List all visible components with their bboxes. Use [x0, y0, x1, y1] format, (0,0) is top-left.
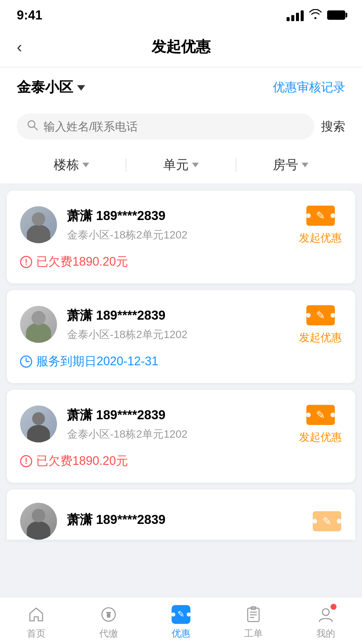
bottom-nav: 首页 ¥ 代缴 ✎ 优惠 工单 [0, 597, 362, 644]
nav-workorder[interactable]: 工单 [217, 602, 290, 640]
avatar-1 [20, 206, 57, 243]
action-label-2: 发起优惠 [299, 330, 342, 345]
pay-icon: ¥ [99, 605, 118, 624]
coupon-pen-icon-1: ✎ [316, 209, 325, 222]
back-button[interactable]: ‹ [17, 38, 22, 56]
search-input-wrap [17, 113, 314, 140]
dropdown-arrow-icon [77, 85, 85, 91]
signal-icon [287, 9, 304, 21]
coupon-pen-icon-4: ✎ [322, 515, 331, 528]
nav-discount[interactable]: ✎ 优惠 [145, 602, 217, 640]
filter-room[interactable]: 房号 [236, 156, 345, 173]
nav-mine-label: 我的 [316, 627, 335, 640]
svg-line-1 [34, 127, 37, 130]
overdue-icon-1: ! [20, 256, 32, 268]
community-name: 金泰小区 [17, 78, 73, 97]
filter-building-label: 楼栋 [54, 156, 79, 173]
resident-address-3: 金泰小区-18栋2单元1202 [67, 427, 299, 442]
avatar-3 [20, 406, 57, 442]
nav-home[interactable]: 首页 [0, 602, 72, 640]
card-list: 萧潇 189****2839 金泰小区-18栋2单元1202 ✎ 发起优惠 ! … [0, 191, 362, 593]
coupon-nav-icon: ✎ [172, 605, 190, 624]
filter-building[interactable]: 楼栋 [17, 156, 126, 173]
coupon-pen-icon-3: ✎ [316, 409, 325, 421]
page-title: 发起优惠 [152, 37, 210, 57]
resident-name-2: 萧潇 189****2839 [67, 307, 299, 324]
nav-discount-label: 优惠 [172, 627, 190, 640]
search-button[interactable]: 搜索 [321, 118, 345, 135]
avatar-4 [20, 503, 57, 540]
search-icon [27, 119, 38, 133]
card-status-1: ! 已欠费1890.20元 [20, 254, 342, 270]
initiate-discount-btn-2[interactable]: ✎ 发起优惠 [299, 304, 342, 345]
action-label-3: 发起优惠 [299, 430, 342, 445]
card-info-3: 萧潇 189****2839 金泰小区-18栋2单元1202 [67, 407, 299, 442]
resident-name-4: 萧潇 189****2839 [67, 511, 312, 528]
wifi-icon [309, 9, 322, 22]
battery-icon [327, 10, 345, 20]
resident-card-1: 萧潇 189****2839 金泰小区-18栋2单元1202 ✎ 发起优惠 ! … [7, 191, 355, 283]
status-text-1: 已欠费1890.20元 [36, 254, 128, 270]
filter-building-arrow [82, 163, 89, 167]
audit-link[interactable]: 优惠审核记录 [273, 79, 345, 96]
action-label-1: 发起优惠 [299, 231, 342, 246]
search-input[interactable] [44, 120, 304, 133]
filter-room-label: 房号 [273, 156, 298, 173]
svg-text:¥: ¥ [107, 610, 111, 619]
nav-payment[interactable]: ¥ 代缴 [72, 602, 145, 640]
nav-payment-label: 代缴 [99, 627, 118, 640]
nav-mine[interactable]: 我的 [290, 602, 362, 640]
my-icon [316, 605, 335, 624]
header: ‹ 发起优惠 [0, 27, 362, 67]
status-time: 9:41 [17, 8, 42, 22]
svg-point-9 [322, 609, 329, 615]
search-container: 搜索 [0, 107, 362, 150]
resident-card-4: 萧潇 189****2839 ✎ [7, 489, 355, 540]
work-icon [244, 605, 263, 624]
resident-address-1: 金泰小区-18栋2单元1202 [67, 228, 299, 243]
community-selector[interactable]: 金泰小区 [17, 78, 85, 97]
resident-card-3: 萧潇 189****2839 金泰小区-18栋2单元1202 ✎ 发起优惠 ! … [7, 390, 355, 483]
resident-address-2: 金泰小区-18栋2单元1202 [67, 327, 299, 342]
status-text-2: 服务到期日2020-12-31 [36, 353, 158, 370]
resident-name-1: 萧潇 189****2839 [67, 207, 299, 224]
coupon-nav-pen-icon: ✎ [177, 609, 185, 620]
initiate-discount-btn-3[interactable]: ✎ 发起优惠 [299, 403, 342, 445]
home-icon [27, 605, 46, 624]
nav-home-label: 首页 [27, 627, 46, 640]
status-icons [287, 9, 345, 22]
status-bar: 9:41 [0, 0, 362, 27]
avatar-2 [20, 306, 57, 343]
card-status-3: ! 已欠费1890.20元 [20, 453, 342, 469]
filter-bar: 楼栋 单元 房号 [0, 150, 362, 184]
card-info-4: 萧潇 189****2839 [67, 511, 312, 532]
initiate-discount-btn-4[interactable]: ✎ [312, 509, 342, 533]
filter-room-arrow [302, 163, 308, 167]
filter-unit-arrow [192, 163, 199, 167]
overdue-icon-3: ! [20, 455, 32, 467]
card-info-1: 萧潇 189****2839 金泰小区-18栋2单元1202 [67, 207, 299, 243]
subheader: 金泰小区 优惠审核记录 [0, 68, 362, 107]
notification-dot [330, 604, 337, 610]
resident-name-3: 萧潇 189****2839 [67, 407, 299, 424]
filter-unit[interactable]: 单元 [126, 156, 235, 173]
resident-card-2: 萧潇 189****2839 金泰小区-18栋2单元1202 ✎ 发起优惠 服务… [7, 290, 355, 383]
status-text-3: 已欠费1890.20元 [36, 453, 128, 469]
initiate-discount-btn-1[interactable]: ✎ 发起优惠 [299, 204, 342, 246]
filter-unit-label: 单元 [163, 156, 189, 173]
coupon-pen-icon-2: ✎ [316, 309, 325, 322]
card-info-2: 萧潇 189****2839 金泰小区-18栋2单元1202 [67, 307, 299, 342]
card-status-2: 服务到期日2020-12-31 [20, 353, 342, 370]
clock-icon-2 [20, 356, 32, 368]
nav-workorder-label: 工单 [244, 627, 263, 640]
